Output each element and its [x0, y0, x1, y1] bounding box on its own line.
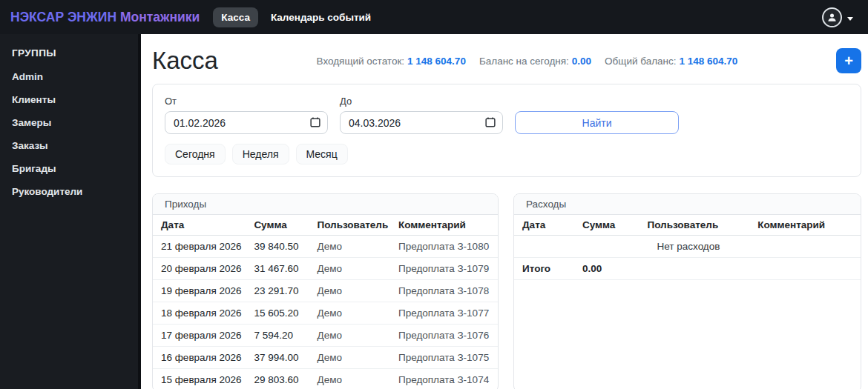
sidebar-item[interactable]: Заказы — [0, 134, 138, 157]
cell-sum: 37 994.00 — [248, 347, 311, 369]
sidebar-item[interactable]: Руководители — [0, 180, 138, 203]
expense-header-row: Дата Сумма Пользователь Комментарий — [514, 215, 861, 236]
calendar-icon[interactable] — [485, 117, 496, 127]
add-button[interactable]: + — [836, 48, 861, 73]
date-to-label: До — [340, 96, 503, 107]
cell-comment: Предоплата З-1077 — [392, 302, 498, 325]
brand-part1: НЭКСАР ЭНЖИН — [10, 10, 116, 24]
cell-date: 21 февраля 2026 — [153, 236, 248, 258]
cell-sum: 29 803.60 — [248, 369, 311, 389]
date-from-input[interactable] — [165, 111, 328, 134]
cell-sum: 23 291.70 — [248, 280, 311, 302]
cell-user: Демо — [311, 280, 392, 302]
cell-user: Демо — [311, 369, 392, 389]
navbar-tabs: Касса Календарь событий — [213, 7, 379, 27]
column-header-sum: Сумма — [576, 215, 641, 236]
stat-total-balance: Общий баланс:1 148 604.70 — [605, 56, 737, 67]
income-table: Дата Сумма Пользователь Комментарий 21 ф… — [153, 215, 498, 389]
cell-date: 18 февраля 2026 — [153, 302, 248, 325]
tables-section: Приходы Дата Сумма Пользователь Коммента… — [152, 193, 861, 389]
empty-expenses-text: Нет расходов — [514, 236, 861, 258]
date-from-field: От — [165, 96, 328, 134]
expense-empty-row: Нет расходов — [514, 236, 861, 258]
quick-range-button[interactable]: Неделя — [232, 144, 289, 164]
filter-card: От До — [152, 84, 861, 177]
income-card-title: Приходы — [153, 194, 498, 215]
sidebar-item[interactable]: Клиенты — [0, 88, 138, 111]
cell-sum: 15 605.20 — [248, 302, 311, 325]
income-row: 19 февраля 2026 23 291.70 Демо Предоплат… — [153, 280, 498, 302]
balance-stats: Входящий остаток:1 148 604.70 Баланс на … — [317, 56, 738, 67]
cell-date: 19 февраля 2026 — [153, 280, 248, 302]
income-header-row: Дата Сумма Пользователь Комментарий — [153, 215, 498, 236]
income-row: 21 февраля 2026 39 840.50 Демо Предоплат… — [153, 236, 498, 258]
cell-date: 15 февраля 2026 — [153, 369, 248, 389]
expense-table: Дата Сумма Пользователь Комментарий Нет … — [514, 215, 861, 280]
sidebar-item[interactable]: Admin — [0, 65, 138, 88]
app-root: НЭКСАР ЭНЖИН Монтажники Касса Календарь … — [0, 0, 868, 389]
sidebar-item[interactable]: Бригады — [0, 157, 138, 180]
income-row: 18 февраля 2026 15 605.20 Демо Предоплат… — [153, 302, 498, 325]
column-header-user: Пользователь — [311, 215, 392, 236]
column-header-comment: Комментарий — [392, 215, 498, 236]
cell-comment: Предоплата З-1078 — [392, 280, 498, 302]
sidebar-group-title: ГРУППЫ — [0, 34, 138, 65]
tab-kassa[interactable]: Касса — [213, 7, 258, 27]
cell-date: 20 февраля 2026 — [153, 258, 248, 280]
column-header-date: Дата — [514, 215, 576, 236]
income-row: 17 февраля 2026 7 594.20 Демо Предоплата… — [153, 325, 498, 347]
page-title: Касса — [152, 47, 218, 74]
quick-range-button[interactable]: Сегодня — [165, 144, 226, 164]
quick-range-button[interactable]: Месяц — [296, 144, 348, 164]
user-icon — [826, 12, 838, 23]
total-value: 0.00 — [576, 258, 641, 280]
income-row: 20 февраля 2026 31 467.60 Демо Предоплат… — [153, 258, 498, 280]
date-to-input[interactable] — [340, 111, 503, 134]
column-header-date: Дата — [153, 215, 248, 236]
total-label: Итого — [514, 258, 576, 280]
expense-card-title: Расходы — [514, 194, 861, 215]
cell-user: Демо — [311, 302, 392, 325]
cell-date: 17 февраля 2026 — [153, 325, 248, 347]
cell-sum: 31 467.60 — [248, 258, 311, 280]
income-row: 16 февраля 2026 37 994.00 Демо Предоплат… — [153, 347, 498, 369]
expense-total-row: Итого 0.00 — [514, 258, 861, 280]
main-content: Касса Входящий остаток:1 148 604.70 Бала… — [141, 34, 868, 389]
cell-comment: Предоплата З-1076 — [392, 325, 498, 347]
sidebar: ГРУППЫ AdminКлиентыЗамерыЗаказыБригадыРу… — [0, 34, 141, 389]
cell-sum: 7 594.20 — [248, 325, 311, 347]
cell-user: Демо — [311, 258, 392, 280]
stat-incoming-balance: Входящий остаток:1 148 604.70 — [317, 56, 466, 67]
date-to-field: До — [340, 96, 503, 134]
cell-comment: Предоплата З-1080 — [392, 236, 498, 258]
income-row: 15 февраля 2026 29 803.60 Демо Предоплат… — [153, 369, 498, 389]
page-header: Касса Входящий остаток:1 148 604.70 Бала… — [152, 47, 861, 74]
tab-calendar[interactable]: Календарь событий — [263, 7, 379, 27]
column-header-user: Пользователь — [641, 215, 752, 236]
chevron-down-icon — [847, 17, 853, 21]
stat-today-balance: Баланс на сегодня:0.00 — [479, 56, 591, 67]
sidebar-item[interactable]: Замеры — [0, 111, 138, 134]
expense-card: Расходы Дата Сумма Пользователь Коммента… — [513, 193, 861, 389]
cell-comment: Предоплата З-1079 — [392, 258, 498, 280]
cell-comment: Предоплата З-1075 — [392, 347, 498, 369]
top-navbar: НЭКСАР ЭНЖИН Монтажники Касса Календарь … — [0, 0, 868, 34]
brand-logo[interactable]: НЭКСАР ЭНЖИН Монтажники — [10, 10, 200, 25]
cell-date: 16 февраля 2026 — [153, 347, 248, 369]
column-header-sum: Сумма — [248, 215, 311, 236]
cell-user: Демо — [311, 347, 392, 369]
column-header-comment: Комментарий — [752, 215, 861, 236]
brand-part2: Монтажники — [120, 10, 200, 24]
date-from-label: От — [165, 96, 328, 107]
cell-user: Демо — [311, 325, 392, 347]
calendar-icon[interactable] — [310, 117, 320, 127]
quick-range-buttons: СегодняНеделяМесяц — [165, 144, 849, 164]
user-menu[interactable] — [822, 7, 858, 27]
income-card: Приходы Дата Сумма Пользователь Коммента… — [152, 193, 499, 389]
avatar[interactable] — [822, 7, 842, 27]
cell-sum: 39 840.50 — [248, 236, 311, 258]
cell-user: Демо — [311, 236, 392, 258]
cell-comment: Предоплата З-1074 — [392, 369, 498, 389]
search-button[interactable]: Найти — [515, 111, 679, 134]
